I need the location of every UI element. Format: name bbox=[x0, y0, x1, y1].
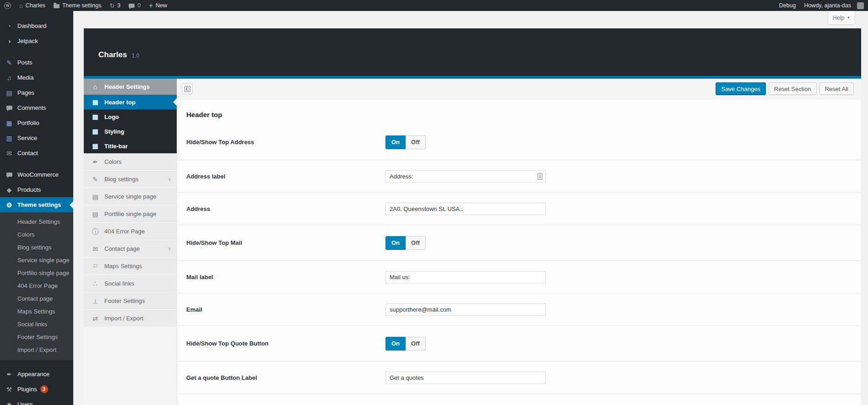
admin-bar-right: Debug Howdy, ajanta-das bbox=[775, 0, 868, 11]
expand-options-icon bbox=[184, 86, 190, 92]
reset-all-button[interactable]: Reset All bbox=[819, 82, 854, 95]
options-menu-item-404-error-page[interactable]: ⓘ404 Error Page bbox=[84, 223, 177, 240]
sidebar-item-theme-settings[interactable]: ⚙Theme settings bbox=[0, 197, 73, 212]
admin-bar-account[interactable]: Howdy, ajanta-das bbox=[800, 0, 868, 11]
reset-section-button[interactable]: Reset Section bbox=[769, 82, 817, 95]
sidebar-submenu-item-social-links[interactable]: Social links bbox=[0, 318, 73, 331]
options-menu-item-blog-settings[interactable]: ✎Blog settings∨ bbox=[84, 171, 177, 188]
sidebar-item-dashboard[interactable]: ◔Dashboard bbox=[0, 18, 73, 33]
text-suggestion-icon bbox=[537, 173, 542, 180]
expand-options-button[interactable] bbox=[182, 83, 193, 94]
field-label: Email bbox=[186, 306, 385, 313]
sidebar-item-pages[interactable]: ▤Pages bbox=[0, 85, 73, 100]
sidebar-item-products[interactable]: ◆Products bbox=[0, 182, 73, 197]
field-input-email[interactable] bbox=[385, 303, 546, 316]
field-label: Hide/Show Top Address bbox=[186, 139, 385, 146]
field-input-mail-label[interactable] bbox=[385, 271, 546, 283]
options-menu-item-contact-page[interactable]: ✉Contact page∨ bbox=[84, 240, 177, 258]
sidebar-separator bbox=[0, 49, 73, 55]
field-control: OnOff bbox=[385, 337, 426, 351]
sidebar-submenu-item-portfilio-single-page[interactable]: Portfilio single page bbox=[0, 267, 73, 280]
admin-bar-updates[interactable]: ↻ 3 bbox=[105, 0, 125, 11]
options-menu-item-portfilio-single-page[interactable]: ▤Portfilio single page bbox=[84, 205, 177, 223]
field-label: Address label bbox=[186, 173, 385, 180]
sidebar-item-posts[interactable]: ✎Posts bbox=[0, 55, 73, 70]
field-input-address[interactable] bbox=[385, 203, 546, 215]
options-menu-item-logo[interactable]: ▦Logo bbox=[84, 109, 177, 124]
options-menu-item-header-top[interactable]: ▦Header top bbox=[84, 95, 177, 109]
sidebar-submenu-item-404-error-page[interactable]: 404 Error Page bbox=[0, 280, 73, 292]
options-menu-item-label: Service single page bbox=[104, 193, 156, 200]
field-row-address: Address bbox=[177, 193, 861, 225]
admin-bar-wordpress[interactable]: W bbox=[0, 0, 15, 11]
admin-bar-debug[interactable]: Debug bbox=[775, 0, 800, 11]
sidebar-item-label: Pages bbox=[17, 89, 34, 96]
sidebar-item-users[interactable]: ☻Users bbox=[0, 397, 73, 405]
sidebar-item-label: Comments bbox=[17, 104, 46, 111]
sidebar-submenu-item-footer-settings[interactable]: Footer Settings bbox=[0, 331, 73, 344]
sidebar-item-label: Plugins bbox=[17, 386, 37, 393]
toggle-on-button[interactable]: On bbox=[385, 337, 406, 351]
field-label: Address bbox=[186, 205, 385, 212]
sidebar-submenu-item-blog-settings[interactable]: Blog settings bbox=[0, 241, 73, 254]
options-menu-item-label: Blog settings bbox=[104, 176, 138, 183]
options-menu-item-colors[interactable]: ✒Colors bbox=[84, 153, 177, 171]
comments-bubble-icon bbox=[129, 4, 135, 8]
field-control bbox=[385, 203, 546, 215]
sidebar-item-media[interactable]: ♫Media bbox=[0, 70, 73, 85]
field-input-address-label[interactable] bbox=[385, 170, 546, 183]
options-menu-item-footer-settings[interactable]: ⊥Footer Settings bbox=[84, 292, 177, 310]
save-changes-button[interactable]: Save Changes bbox=[716, 82, 765, 95]
howdy-label: Howdy, ajanta-das bbox=[804, 2, 851, 9]
sidebar-item-label: Service bbox=[17, 135, 37, 141]
text-input-wrap bbox=[385, 203, 546, 215]
sidebar-item-jetpack[interactable]: ◑Jetpack bbox=[0, 33, 73, 49]
admin-bar-theme-settings[interactable]: Theme settings bbox=[49, 0, 105, 11]
options-menu-item-title-bar[interactable]: ▦Title-bar bbox=[84, 139, 177, 153]
field-input-get-a-quote-button-label[interactable] bbox=[385, 372, 546, 384]
sidebar-item-plugins[interactable]: ⚒Plugins3 bbox=[0, 382, 73, 397]
sidebar-separator bbox=[0, 360, 73, 367]
brush-icon: ✒ bbox=[91, 159, 100, 165]
layout-icon: ▦ bbox=[91, 128, 100, 135]
options-menu-item-service-single-page[interactable]: ▤Service single page bbox=[84, 188, 177, 205]
field-label: Get a quote Button Label bbox=[186, 374, 385, 381]
toolbar-buttons: Save Changes Reset Section Reset All bbox=[716, 82, 854, 95]
pin-icon: ✎ bbox=[91, 176, 100, 183]
options-menu-item-label: Contact page bbox=[104, 245, 140, 252]
field-control bbox=[385, 170, 546, 183]
sidebar-item-portfolio[interactable]: ▦Portfolio bbox=[0, 115, 73, 130]
sidebar-item-contact[interactable]: ✉Contact bbox=[0, 146, 73, 161]
options-menu-item-styling[interactable]: ▦Styling bbox=[84, 124, 177, 139]
gear-icon: ⚙ bbox=[5, 202, 13, 208]
toggle-off-button[interactable]: Off bbox=[406, 236, 426, 250]
layout-icon: ▦ bbox=[91, 143, 100, 149]
options-menu-item-maps-settings[interactable]: ⚐Maps Settings bbox=[84, 258, 177, 275]
new-label: New bbox=[156, 2, 167, 9]
sidebar-submenu-item-import-export[interactable]: Import / Export bbox=[0, 344, 73, 356]
admin-bar-comments[interactable]: 0 bbox=[125, 0, 145, 11]
toggle-off-button[interactable]: Off bbox=[406, 135, 426, 149]
update-count-badge: 3 bbox=[40, 385, 48, 393]
sidebar-item-comments[interactable]: Comments bbox=[0, 100, 73, 115]
help-button[interactable]: Help ▼ bbox=[828, 11, 855, 25]
sidebar-submenu-item-contact-page[interactable]: Contact page bbox=[0, 292, 73, 305]
options-menu-item-social-links[interactable]: ∴Social links bbox=[84, 275, 177, 292]
options-menu-item-import-export[interactable]: ⇄Import / Export bbox=[84, 310, 177, 327]
toggle-on-button[interactable]: On bbox=[385, 135, 406, 149]
sidebar-item-appearance[interactable]: ✒Appearance bbox=[0, 367, 73, 382]
sidebar-submenu-item-header-settings[interactable]: Header Settings bbox=[0, 216, 73, 228]
sidebar-item-label: WooCommerce bbox=[17, 171, 59, 178]
sidebar-submenu-item-colors[interactable]: Colors bbox=[0, 228, 73, 241]
sidebar-item-woocommerce[interactable]: WooCommerce bbox=[0, 167, 73, 182]
toggle-on-button[interactable]: On bbox=[385, 236, 406, 250]
sidebar-item-service[interactable]: ▥Service bbox=[0, 130, 73, 146]
options-menu-item-label: Styling bbox=[104, 128, 124, 135]
options-menu-item-label: Logo bbox=[104, 113, 119, 120]
admin-bar-new[interactable]: + New bbox=[145, 0, 171, 11]
sidebar-submenu-item-service-single-page[interactable]: Service single page bbox=[0, 254, 73, 267]
options-group-header-settings[interactable]: ⌂Header Settings bbox=[84, 79, 177, 95]
sidebar-submenu-item-maps-settings[interactable]: Maps Settings bbox=[0, 305, 73, 318]
toggle-off-button[interactable]: Off bbox=[406, 337, 426, 351]
admin-bar-site[interactable]: ⌂ Charles bbox=[15, 0, 49, 11]
